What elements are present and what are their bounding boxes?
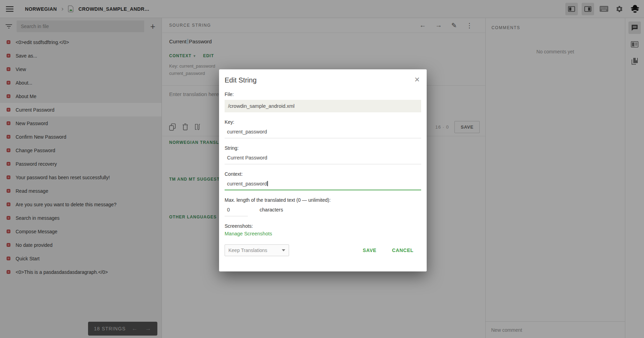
- screenshots-label: Screenshots:: [225, 223, 421, 229]
- context-input-value: current_password: [227, 181, 267, 187]
- context-input[interactable]: current_password: [225, 180, 421, 190]
- file-label: File:: [225, 92, 421, 97]
- text-caret: [267, 181, 268, 186]
- select-value: Keep Translations: [228, 248, 267, 253]
- edit-string-dialog: Edit String × File: /crowdin_sample_andr…: [219, 69, 427, 271]
- close-icon: ×: [415, 74, 420, 85]
- close-button[interactable]: ×: [413, 74, 421, 85]
- maxlen-label: Max. length of the translated text (0 — …: [225, 197, 421, 203]
- string-label: String:: [225, 145, 421, 151]
- key-label: Key:: [225, 119, 421, 125]
- dialog-title: Edit String: [225, 76, 256, 84]
- maxlen-input[interactable]: [225, 206, 248, 216]
- chevron-down-icon: [282, 249, 285, 251]
- maxlen-suffix: characters: [260, 207, 283, 213]
- keep-translations-select[interactable]: Keep Translations: [225, 244, 289, 256]
- key-input[interactable]: [225, 128, 421, 138]
- manage-screenshots-link[interactable]: Manage Screenshots: [225, 231, 272, 236]
- file-value: /crowdin_sample_android.xml: [225, 100, 421, 112]
- save-button[interactable]: SAVE: [363, 248, 377, 253]
- context-label: Context:: [225, 171, 421, 177]
- cancel-button[interactable]: CANCEL: [392, 248, 414, 253]
- crowdin-editor-screen: NORWEGIAN › CROWDIN_SAMPLE_ANDR…: [0, 0, 644, 338]
- string-input[interactable]: [225, 154, 421, 164]
